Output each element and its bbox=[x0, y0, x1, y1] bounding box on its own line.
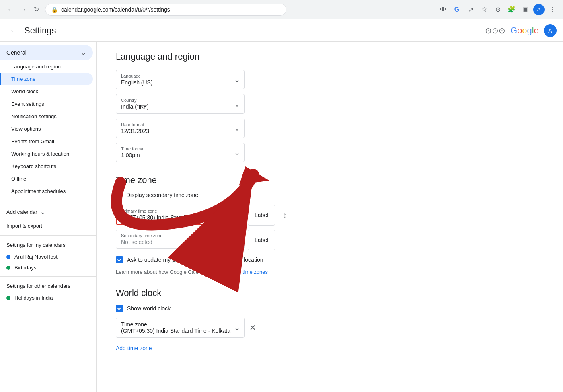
world-clock-section: World clock Show world clock Time zone (… bbox=[116, 288, 544, 355]
time-format-dropdown[interactable]: Time format 1:00pm ⌄ bbox=[116, 143, 245, 162]
sidebar-item-timezone[interactable]: Time zone bbox=[0, 73, 93, 85]
sidebar-item-notifications[interactable]: Notification settings bbox=[0, 110, 93, 123]
language-dropdown-arrow: ⌄ bbox=[234, 75, 240, 84]
date-format-field-group: Date format 12/31/2023 ⌄ bbox=[116, 119, 544, 138]
sidebar-item-offline[interactable]: Offline bbox=[0, 172, 93, 185]
remove-world-clock-button[interactable]: ✕ bbox=[248, 321, 258, 334]
date-format-label: Date format bbox=[121, 122, 239, 127]
calendar-item-arul[interactable]: Arul Raj NavoHost bbox=[0, 251, 96, 262]
date-format-dropdown-arrow: ⌄ bbox=[234, 124, 240, 133]
display-secondary-tz-row: Display secondary time zone bbox=[116, 192, 544, 198]
user-avatar[interactable]: A bbox=[544, 24, 557, 37]
extension-icon[interactable]: ▣ bbox=[520, 4, 531, 15]
calendar-dot-arul bbox=[6, 255, 10, 259]
other-calendars-heading: Settings for other calendars bbox=[0, 280, 96, 292]
add-time-zone-link[interactable]: Add time zone bbox=[116, 342, 544, 355]
star-icon[interactable]: ☆ bbox=[479, 4, 490, 15]
puzzle-icon[interactable]: 🧩 bbox=[506, 4, 517, 15]
language-dropdown[interactable]: Language English (US) ⌄ bbox=[116, 70, 245, 89]
sidebar-item-viewoptions[interactable]: View options bbox=[0, 123, 93, 135]
menu-icon[interactable]: ⋮ bbox=[547, 4, 558, 15]
sidebar-item-eventsettings[interactable]: Event settings bbox=[0, 98, 93, 110]
calendar-item-birthdays[interactable]: Birthdays bbox=[0, 262, 96, 273]
swap-timezones-button[interactable]: ↕ bbox=[278, 209, 291, 222]
secondary-tz-dropdown[interactable]: Secondary time zone Not selected ⌄ bbox=[116, 230, 245, 249]
display-secondary-tz-label: Display secondary time zone bbox=[126, 192, 198, 198]
display-secondary-tz-checkbox[interactable] bbox=[116, 192, 122, 198]
world-clock-tz-row: Time zone (GMT+05:30) India Standard Tim… bbox=[116, 318, 544, 338]
general-section-header[interactable]: General ⌄ bbox=[0, 45, 93, 60]
language-field-group: Language English (US) ⌄ bbox=[116, 70, 544, 89]
eye-icon[interactable]: 👁 bbox=[438, 4, 449, 15]
google-logo: Google bbox=[510, 25, 539, 36]
add-calendar-link[interactable]: Add calendar ⌄ bbox=[0, 204, 93, 220]
chevron-up-icon: ⌄ bbox=[80, 48, 86, 57]
sidebar-item-gmail-events[interactable]: Events from Gmail bbox=[0, 135, 93, 148]
primary-tz-row: Primary time zone (GMT+05:30) India Stan… bbox=[116, 205, 544, 226]
address-bar[interactable]: 🔒 calendar.google.com/calendar/u/0/r/set… bbox=[45, 4, 286, 16]
import-export-link[interactable]: Import & export bbox=[0, 220, 93, 232]
profile-circle-icon[interactable]: ⊙ bbox=[492, 4, 503, 15]
google-icon[interactable]: G bbox=[451, 4, 462, 15]
back-nav-button[interactable]: ← bbox=[5, 4, 16, 15]
time-format-dropdown-arrow: ⌄ bbox=[234, 148, 240, 157]
sidebar-item-shortcuts[interactable]: Keyboard shortcuts bbox=[0, 160, 93, 172]
forward-nav-button[interactable]: → bbox=[18, 4, 29, 15]
calendar-item-holidays[interactable]: Holidays in India bbox=[0, 292, 96, 303]
show-world-clock-row: Show world clock bbox=[116, 305, 544, 312]
wc-tz-label: Time zone bbox=[121, 321, 239, 328]
primary-tz-value: (GMT+05:30) India Standard Time - Kolkat… bbox=[121, 214, 239, 221]
sidebar-item-language[interactable]: Language and region bbox=[0, 60, 93, 73]
country-value: India (भारत) bbox=[121, 103, 239, 110]
browser-profile-avatar[interactable]: A bbox=[533, 4, 545, 15]
timezone-section: Time zone Display secondary time zone Pr… bbox=[116, 175, 544, 275]
calendar-dot-birthdays bbox=[6, 266, 10, 270]
main-content: Language and region Language English (US… bbox=[97, 42, 563, 392]
general-label: General bbox=[6, 49, 27, 56]
date-format-dropdown[interactable]: Date format 12/31/2023 ⌄ bbox=[116, 119, 245, 138]
sidebar-divider-2 bbox=[0, 235, 96, 236]
primary-tz-arrow-icon: ⌄ bbox=[234, 210, 240, 219]
timezone-title: Time zone bbox=[116, 175, 544, 185]
url-text: calendar.google.com/calendar/u/0/r/setti… bbox=[61, 6, 170, 13]
world-clock-tz-dropdown[interactable]: Time zone (GMT+05:30) India Standard Tim… bbox=[116, 318, 245, 338]
lock-icon: 🔒 bbox=[51, 6, 58, 13]
refresh-button[interactable]: ↻ bbox=[31, 4, 42, 15]
ask-update-label: Ask to update my primary time zone to cu… bbox=[127, 257, 263, 263]
secondary-tz-label-button[interactable]: Label bbox=[248, 230, 275, 250]
sidebar-item-appointments[interactable]: Appointment schedules bbox=[0, 185, 93, 197]
show-world-clock-checkbox[interactable] bbox=[116, 305, 123, 312]
page-title: Settings bbox=[24, 25, 56, 36]
secondary-tz-row: Secondary time zone Not selected ⌄ Label bbox=[116, 230, 544, 250]
browser-toolbar: 👁 G ↗ ☆ ⊙ 🧩 ▣ A ⋮ bbox=[438, 4, 558, 15]
sidebar-divider-1 bbox=[0, 201, 96, 201]
content-wrapper: Language and region Language English (US… bbox=[97, 42, 563, 392]
country-dropdown-arrow: ⌄ bbox=[234, 100, 240, 109]
time-zones-link[interactable]: time zones bbox=[242, 269, 268, 275]
google-apps-icon[interactable]: ⊙⊙⊙ bbox=[485, 26, 505, 35]
date-format-value: 12/31/2023 bbox=[121, 128, 239, 134]
secondary-tz-field-label: Secondary time zone bbox=[121, 233, 239, 238]
share-icon[interactable]: ↗ bbox=[465, 4, 476, 15]
language-value: English (US) bbox=[121, 79, 239, 86]
header-right: ⊙⊙⊙ Google A bbox=[485, 24, 557, 37]
sidebar: General ⌄ Language and region Time zone … bbox=[0, 42, 97, 392]
sidebar-item-worldclock[interactable]: World clock bbox=[0, 85, 93, 98]
main-layout: General ⌄ Language and region Time zone … bbox=[0, 42, 563, 392]
primary-tz-dropdown[interactable]: Primary time zone (GMT+05:30) India Stan… bbox=[116, 205, 245, 225]
sidebar-divider-3 bbox=[0, 276, 96, 277]
wc-tz-arrow-icon: ⌄ bbox=[234, 323, 240, 332]
country-dropdown[interactable]: Country India (भारत) ⌄ bbox=[116, 94, 245, 114]
language-region-title: Language and region bbox=[116, 51, 544, 62]
secondary-tz-arrow-icon: ⌄ bbox=[234, 235, 240, 244]
primary-tz-label-button[interactable]: Label bbox=[248, 205, 275, 226]
settings-back-button[interactable]: ← bbox=[6, 23, 21, 38]
time-format-label: Time format bbox=[121, 146, 239, 151]
time-format-field-group: Time format 1:00pm ⌄ bbox=[116, 143, 544, 162]
sidebar-item-workhours[interactable]: Working hours & location bbox=[0, 148, 93, 160]
show-world-clock-label: Show world clock bbox=[127, 305, 171, 312]
country-label: Country bbox=[121, 98, 239, 103]
timezone-info-text: Learn more about how Google Calendar wor… bbox=[116, 269, 544, 275]
nav-buttons: ← → ↻ bbox=[5, 4, 42, 15]
ask-update-checkbox[interactable] bbox=[116, 256, 123, 263]
